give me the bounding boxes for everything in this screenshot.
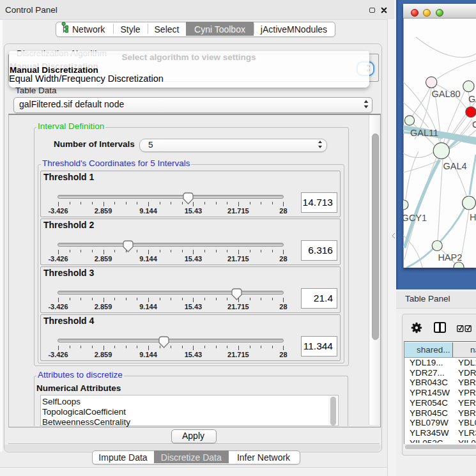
svg-text:GAL4: GAL4	[443, 161, 467, 171]
svg-text:HAP2: HAP2	[438, 252, 462, 263]
svg-text:GA: GA	[468, 94, 476, 104]
svg-text:H: H	[470, 212, 476, 222]
svg-text:GCY1: GCY1	[403, 213, 427, 223]
svg-text:GAL11: GAL11	[410, 128, 438, 138]
svg-text:GAL80: GAL80	[432, 89, 461, 99]
svg-text:C: C	[472, 119, 476, 130]
